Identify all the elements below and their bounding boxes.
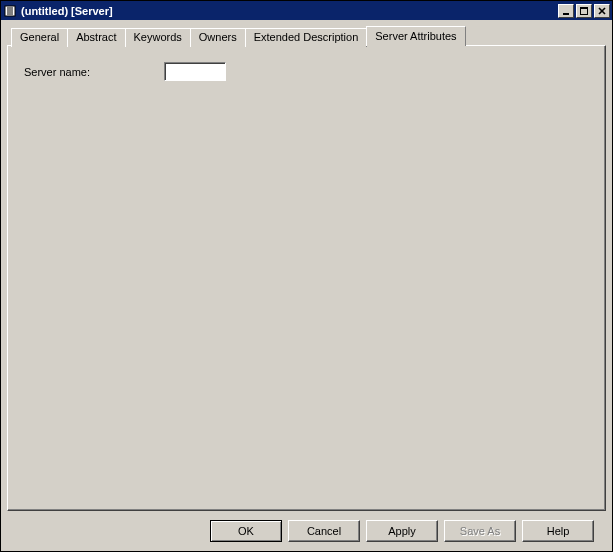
tab-server-attributes[interactable]: Server Attributes [366, 26, 465, 46]
tab-owners[interactable]: Owners [190, 28, 246, 47]
tab-extended-description[interactable]: Extended Description [245, 28, 368, 47]
client-area: General Abstract Keywords Owners Extende… [1, 20, 612, 551]
window-title: (untitled) [Server] [21, 5, 558, 17]
titlebar: (untitled) [Server] [1, 1, 612, 20]
dialog-window: (untitled) [Server] General Abstract Key… [0, 0, 613, 552]
svg-rect-7 [580, 7, 588, 9]
close-button[interactable] [594, 4, 610, 18]
server-name-label: Server name: [24, 66, 164, 78]
tab-keywords[interactable]: Keywords [125, 28, 191, 47]
button-bar: OK Cancel Apply Save As Help [7, 511, 606, 551]
window-controls [558, 4, 610, 18]
tab-panel-server-attributes: Server name: [7, 45, 606, 511]
cancel-button[interactable]: Cancel [288, 520, 360, 542]
apply-button[interactable]: Apply [366, 520, 438, 542]
tab-general[interactable]: General [11, 28, 68, 47]
app-icon [3, 4, 17, 18]
maximize-button[interactable] [576, 4, 592, 18]
minimize-button[interactable] [558, 4, 574, 18]
server-name-row: Server name: [24, 62, 589, 81]
ok-button[interactable]: OK [210, 520, 282, 542]
tab-abstract[interactable]: Abstract [67, 28, 125, 47]
help-button[interactable]: Help [522, 520, 594, 542]
server-name-input[interactable] [164, 62, 226, 81]
tabstrip: General Abstract Keywords Owners Extende… [11, 26, 606, 45]
svg-rect-5 [563, 13, 569, 15]
save-as-button[interactable]: Save As [444, 520, 516, 542]
